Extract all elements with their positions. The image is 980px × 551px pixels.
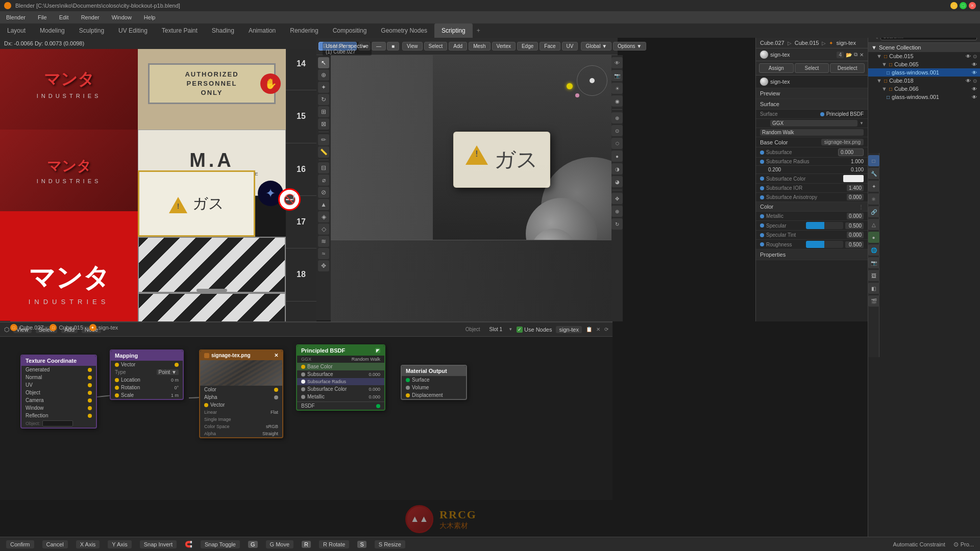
deselect-button[interactable]: Deselect — [830, 63, 865, 73]
scene-props-icon[interactable]: 🎬 — [868, 295, 879, 307]
minimize-button[interactable]: – — [950, 2, 958, 9]
scene-item-cube066[interactable]: ▼ □ Cube.066 👁 — [868, 85, 980, 93]
smooth-tool[interactable]: ≈ — [318, 248, 329, 259]
tab-layout[interactable]: Layout — [0, 23, 33, 38]
node-slot-dropdown[interactable]: ▼ — [508, 327, 512, 332]
menu-help[interactable]: Help — [142, 13, 158, 21]
loop-cut-tool[interactable]: ⊟ — [318, 162, 329, 173]
slot-copy-icon[interactable]: ⧉ — [854, 52, 857, 58]
cube015-cam[interactable]: ⊙ — [973, 54, 977, 59]
cube015-eye[interactable]: 👁 — [966, 54, 971, 59]
node-icon-1[interactable]: 📋 — [586, 327, 592, 332]
edge-mode-btn[interactable]: — — [372, 42, 386, 51]
menu-window[interactable]: Window — [110, 13, 134, 21]
close-button[interactable]: ✕ — [969, 2, 976, 9]
snap-toggle-button[interactable]: Snap Toggle — [201, 540, 240, 548]
dist-value[interactable]: GGX — [770, 120, 857, 127]
object-props-icon[interactable]: □ — [868, 155, 879, 166]
specular-value[interactable]: 0.500 — [845, 222, 864, 229]
select-tool[interactable]: ↖ — [318, 57, 329, 68]
map-type-val[interactable]: Point ▼ — [157, 369, 179, 375]
cube065-eye[interactable]: 👁 — [972, 62, 977, 67]
glass2-eye[interactable]: 👁 — [972, 94, 977, 100]
constraint-icon[interactable]: 🔗 — [868, 206, 879, 217]
scene-item-cube015[interactable]: ▼ □ Cube.015 👁 ⊙ — [868, 52, 980, 60]
output-icon[interactable]: 🖼 — [868, 270, 879, 281]
ss-value[interactable] — [838, 148, 864, 156]
extrude-tool[interactable]: ▲ — [318, 199, 329, 210]
bevel-tool[interactable]: ◇ — [318, 223, 329, 235]
modifier-icon[interactable]: 🔧 — [868, 168, 879, 179]
metallic-value[interactable]: 0.000 — [847, 213, 864, 219]
wireframe-icon[interactable]: ⬡ — [611, 138, 623, 149]
add-menu[interactable]: Add — [449, 42, 467, 51]
render-icon[interactable]: ◉ — [611, 95, 623, 107]
object-data-icon[interactable]: △ — [868, 219, 879, 230]
menu-file[interactable]: File — [36, 13, 49, 21]
slot-browse-icon[interactable]: 📂 — [846, 52, 852, 58]
bisect-tool[interactable]: ⊘ — [318, 187, 329, 198]
tab-uv-editing[interactable]: UV Editing — [111, 23, 155, 38]
zoom-icon[interactable]: ⊕ — [611, 206, 623, 217]
tab-compositing[interactable]: Compositing — [326, 23, 374, 38]
scene-item-cube018[interactable]: ▼ □ Cube.018 👁 ⊙ — [868, 77, 980, 85]
tab-shading[interactable]: Shading — [205, 23, 241, 38]
cube018-cam[interactable]: ⊙ — [973, 78, 977, 84]
annotate-tool[interactable]: ✏ — [318, 134, 329, 145]
slot-remove-icon[interactable]: ✕ — [860, 52, 864, 58]
face-mode-btn[interactable]: ■ — [387, 42, 399, 51]
physics-icon[interactable]: ⚛ — [868, 193, 879, 205]
use-nodes-checkbox[interactable]: ✓ Use Nodes — [517, 327, 552, 333]
tab-sculpting[interactable]: Sculpting — [72, 23, 111, 38]
measure-tool[interactable]: 📏 — [318, 146, 329, 158]
overlay-icon[interactable]: ⊕ — [611, 112, 623, 123]
solid-icon[interactable]: ● — [611, 151, 623, 162]
camera-icon[interactable]: 📷 — [611, 70, 623, 81]
ss-ior-value[interactable]: 1.400 — [847, 185, 864, 191]
y-axis-button[interactable]: Y Axis — [108, 540, 131, 548]
grab-tool[interactable]: ✥ — [318, 260, 329, 271]
inset-tool[interactable]: ◈ — [318, 211, 329, 222]
scale-tool[interactable]: ⊞ — [318, 106, 329, 117]
tc-obj-input[interactable] — [42, 420, 73, 427]
transform-tool[interactable]: ⊠ — [318, 118, 329, 130]
options-button[interactable]: Options ▼ — [613, 42, 646, 51]
ss-aniso-value[interactable]: 0.000 — [847, 194, 864, 201]
cube066-eye[interactable]: 👁 — [972, 86, 977, 92]
ss-method-value[interactable]: Random Walk — [760, 129, 864, 136]
rough-value[interactable]: 0.500 — [845, 241, 864, 248]
maximize-button[interactable]: □ — [960, 2, 967, 9]
particle-icon[interactable]: ✦ — [868, 181, 879, 192]
world-icon[interactable]: 🌐 — [868, 244, 879, 256]
xray-icon[interactable]: ⊙ — [611, 125, 623, 136]
snap-invert-button[interactable]: Snap Invert — [140, 540, 177, 548]
scene-item-glass-1[interactable]: □ glass-windows.001 👁 — [868, 68, 980, 77]
color-menu-icon[interactable]: ⋮ — [859, 204, 864, 210]
pan-icon[interactable]: ✥ — [611, 193, 623, 204]
edge-menu[interactable]: Edge — [517, 42, 538, 51]
move-tool[interactable]: ✦ — [318, 82, 329, 93]
move-button[interactable]: G Move — [266, 540, 294, 548]
crease-tool[interactable]: ≋ — [318, 236, 329, 247]
mapping-node[interactable]: Mapping Vector Type Point ▼ Location 0 m… — [110, 349, 184, 400]
img-close[interactable]: ✕ — [274, 353, 278, 358]
assign-button[interactable]: Assign — [759, 63, 794, 73]
material-icon-side[interactable]: ● — [868, 232, 879, 243]
knife-tool[interactable]: ⌀ — [318, 174, 329, 186]
render-props-icon[interactable]: 📷 — [868, 257, 879, 268]
tab-animation[interactable]: Animation — [241, 23, 283, 38]
sun-icon[interactable]: ☀ — [611, 83, 623, 94]
texture-coord-node[interactable]: Texture Coordinate Generated Normal UV O… — [20, 355, 97, 429]
cube018-eye[interactable]: 👁 — [966, 78, 971, 84]
scene-item-glass-2[interactable]: □ glass-windows.001 👁 — [868, 93, 980, 101]
base-color-texture[interactable]: signage-tex.png — [821, 139, 864, 145]
navigation-gizmo[interactable] — [577, 65, 607, 96]
view-menu[interactable]: View — [402, 42, 423, 51]
rough-slider[interactable] — [806, 241, 844, 248]
material-output-node[interactable]: Material Output Surface Volume Displacem… — [401, 365, 467, 400]
scene-item-cube065[interactable]: ▼ □ Cube.065 👁 — [868, 60, 980, 68]
select-menu[interactable]: Select — [424, 42, 448, 51]
spec-tint-value[interactable]: 0.000 — [847, 232, 864, 238]
orbit-icon[interactable]: ↻ — [611, 218, 623, 230]
tab-texture-paint[interactable]: Texture Paint — [155, 23, 205, 38]
